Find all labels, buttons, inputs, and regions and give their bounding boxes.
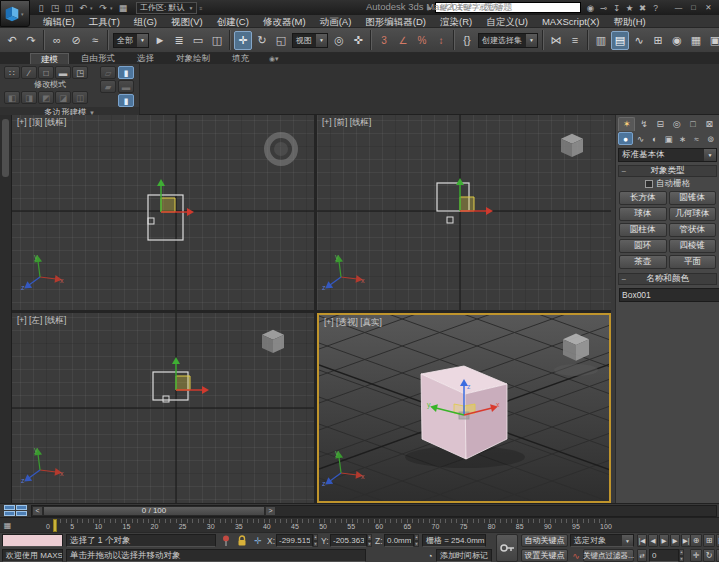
next-frame-arrow[interactable]: >	[265, 506, 276, 516]
object-button-4[interactable]: 圆柱体	[619, 223, 667, 237]
pin-stack-icon[interactable]: ◧	[4, 91, 20, 104]
viewport-perspective-canvas[interactable]: zxyxyz	[319, 315, 609, 501]
set-key-button[interactable]: 设置关键点	[521, 549, 568, 562]
schematic-view-icon[interactable]: ⊞	[649, 31, 667, 50]
key-filters-button[interactable]: 关键点过滤器...	[583, 549, 634, 562]
helpers-category[interactable]: ∗	[676, 132, 689, 145]
infocenter-key-icon[interactable]: ⊸	[597, 2, 610, 14]
ribbon-tab-0[interactable]: 建模	[30, 53, 69, 64]
set-keys-button[interactable]	[496, 534, 518, 562]
zoom-icon[interactable]: ⊕	[690, 534, 702, 547]
viewport-front[interactable]: [+] [前] [线框] xyz	[317, 115, 611, 310]
toggle-command-panel-icon[interactable]: ▮	[118, 66, 134, 79]
isolate-selection-icon[interactable]	[220, 535, 232, 547]
primitive-category-dropdown[interactable]: 标准基本体 ▼	[618, 148, 717, 162]
key-mode-dropdown[interactable]: 选定对象 ▼	[570, 534, 634, 547]
viewport-perspective-label[interactable]: [+] [透视] [真实]	[324, 317, 382, 329]
name-color-rollout[interactable]: − 名称和颜色	[618, 273, 717, 285]
menu-item-4[interactable]: 创建(C)	[210, 15, 256, 28]
object-button-9[interactable]: 平面	[669, 255, 717, 269]
percent-snap-toggle-icon[interactable]: %	[413, 31, 431, 50]
new-scene-icon[interactable]: ▯	[34, 2, 48, 14]
snaps-toggle-icon[interactable]: 3	[375, 31, 393, 50]
edge-mode-icon[interactable]: ∕	[21, 66, 37, 79]
menu-item-5[interactable]: 修改器(M)	[256, 15, 313, 28]
menu-item-10[interactable]: MAXScript(X)	[535, 15, 607, 28]
add-time-tag-button[interactable]: 添加时间标记	[436, 549, 492, 562]
help-icon[interactable]: ?	[649, 2, 662, 14]
viewport-top-canvas[interactable]: xyz	[12, 115, 314, 310]
object-name-field[interactable]	[619, 288, 719, 302]
select-by-name-icon[interactable]: ≣	[170, 31, 188, 50]
previous-frame-arrow[interactable]: <	[32, 506, 43, 516]
preview-selection-icon[interactable]: ◩	[38, 91, 54, 104]
x-spinner[interactable]: ▲▼	[313, 534, 318, 547]
select-and-move-icon[interactable]: ✛	[234, 31, 252, 50]
workspace-dropdown[interactable]: 工作区: 默认 ▼	[136, 2, 197, 14]
create-tab[interactable]: ✶	[618, 117, 635, 131]
viewport-layout-tabs-icon[interactable]	[2, 505, 28, 517]
ribbon-scrollbar[interactable]	[0, 115, 12, 503]
cameras-category[interactable]: ▣	[662, 132, 675, 145]
close-button[interactable]: ✕	[701, 2, 716, 13]
viewport-top-label[interactable]: [+] [顶] [线框]	[17, 117, 66, 129]
ribbon-tab-4[interactable]: 填充	[222, 53, 259, 64]
viewport-left-label[interactable]: [+] [左] [线框]	[17, 315, 66, 327]
curve-editor-icon[interactable]: ∿	[630, 31, 648, 50]
save-file-icon[interactable]: ◫	[62, 2, 76, 14]
object-button-8[interactable]: 茶壶	[619, 255, 667, 269]
object-button-7[interactable]: 四棱锥	[669, 239, 717, 253]
project-folder-icon[interactable]: ▦	[116, 2, 130, 14]
menu-item-8[interactable]: 渲染(R)	[433, 15, 479, 28]
key-mode-toggle-icon[interactable]: ⇄	[637, 549, 647, 562]
angle-snap-toggle-icon[interactable]: ∠	[394, 31, 412, 50]
display-tab[interactable]: □	[685, 117, 700, 131]
geometry-category[interactable]: ●	[618, 132, 633, 145]
current-frame-field[interactable]	[649, 549, 679, 562]
full-interactivity-icon[interactable]: ◨	[21, 91, 37, 104]
utilities-tab[interactable]: ⊠	[702, 117, 717, 131]
time-slider-track[interactable]: < 0 / 100 >	[31, 505, 717, 517]
redo-icon[interactable]: ↷	[96, 2, 110, 14]
bind-to-space-warp-icon[interactable]: ≈	[86, 31, 104, 50]
viewport-left[interactable]: [+] [左] [线框] xyz	[12, 313, 314, 503]
preserve-uvs-icon[interactable]: ▰	[100, 80, 116, 93]
shapes-category[interactable]: ∿	[634, 132, 647, 145]
y-coordinate-field[interactable]	[330, 534, 367, 547]
menu-item-2[interactable]: 组(G)	[127, 15, 164, 28]
viewport-top[interactable]: [+] [顶] [线框] xyz	[12, 115, 314, 310]
selection-lock-icon[interactable]	[236, 535, 248, 547]
absolute-mode-transform-icon[interactable]: ✛	[252, 535, 264, 547]
maxscript-listener-field[interactable]: 欢迎使用 MAXScr:	[2, 549, 63, 562]
open-file-icon[interactable]: ◳	[48, 2, 62, 14]
menu-item-9[interactable]: 自定义(U)	[479, 15, 535, 28]
ribbon-tab-2[interactable]: 选择	[127, 53, 164, 64]
ribbon-tab-3[interactable]: 对象绘制	[166, 53, 220, 64]
macro-recorder-field[interactable]	[2, 534, 63, 547]
zoom-all-icon[interactable]: ⊞	[703, 534, 715, 547]
next-frame-icon[interactable]: ▶	[670, 534, 680, 547]
object-button-5[interactable]: 管状体	[669, 223, 717, 237]
orbit-icon[interactable]: ↻	[703, 549, 715, 562]
object-button-1[interactable]: 圆锥体	[669, 191, 717, 205]
rectangular-selection-region-icon[interactable]: ▭	[189, 31, 207, 50]
track-bar[interactable]: ▦ 05101520253035404550556065707580859095…	[0, 517, 719, 532]
lights-category[interactable]: ◐	[648, 132, 661, 145]
systems-category[interactable]: ⊚	[704, 132, 717, 145]
object-button-3[interactable]: 几何球体	[669, 207, 717, 221]
z-coordinate-field[interactable]	[384, 534, 414, 547]
minimize-button[interactable]: —	[671, 2, 686, 13]
redo-icon[interactable]: ↷	[22, 31, 40, 50]
edit-named-selection-sets-icon[interactable]: {}	[458, 31, 476, 50]
pan-view-icon[interactable]: ✛	[690, 549, 702, 562]
material-editor-icon[interactable]: ◉	[668, 31, 686, 50]
use-pivot-point-center-icon[interactable]: ◎	[330, 31, 348, 50]
object-button-6[interactable]: 圆环	[619, 239, 667, 253]
select-and-manipulate-icon[interactable]: ✜	[349, 31, 367, 50]
object-type-rollout[interactable]: − 对象类型	[618, 165, 717, 177]
play-icon[interactable]: ▶	[659, 534, 669, 547]
toggle-viewport-tabs-icon[interactable]: ▮	[118, 94, 134, 107]
spinner-snap-toggle-icon[interactable]: ↕	[432, 31, 450, 50]
search-icon[interactable]: ◉	[584, 2, 597, 14]
menu-item-11[interactable]: 帮助(H)	[606, 15, 652, 28]
